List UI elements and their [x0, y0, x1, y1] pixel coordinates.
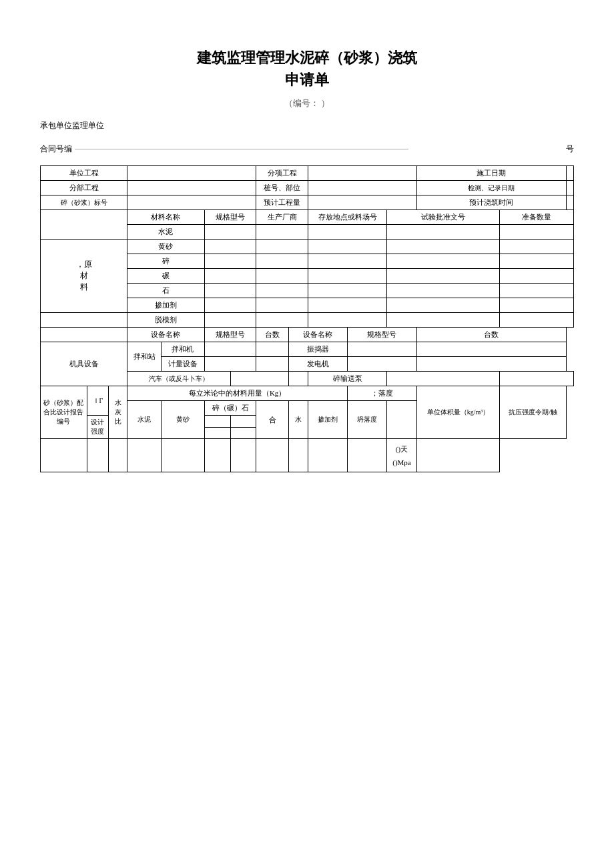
cell-合-col: 合	[256, 401, 288, 439]
cell-碎-数量	[500, 254, 574, 269]
cell-预计工程量-value	[308, 195, 416, 210]
cell-存放地点-header: 存放地点或料场号	[308, 210, 387, 225]
cell-原材料-label: ，原 材 料	[41, 240, 127, 313]
cell-水泥-label: 水泥	[127, 225, 205, 240]
cell-分项工程-value	[308, 166, 416, 181]
table-row-3: 碎（砂浆）标号 预计工程量 预计浇筑时间	[41, 195, 574, 210]
cell-水泥-存放	[308, 225, 387, 240]
cell-发电机-label: 发电机	[288, 357, 348, 372]
cell-强度-value	[87, 439, 109, 472]
cell-碎-存放	[308, 254, 387, 269]
cell-检测记录日期-value	[566, 181, 573, 195]
cell-掺加剂量-value	[308, 439, 348, 472]
cell-设计强度-label: 设计强度	[87, 416, 109, 439]
cell-碎碾石-col-header: 碎（碾）石	[204, 401, 256, 416]
cell-石-数量	[500, 284, 574, 298]
cell-发电机-规格	[348, 357, 416, 372]
cell-脱模剂-生产	[256, 313, 308, 328]
cell-检测记录日期-label: 检测、记录日期	[416, 181, 566, 195]
cell-抗压强度-label: 抗压强度令期/触	[500, 386, 567, 439]
cell-规格型号-header: 规格型号	[204, 210, 256, 225]
cell-分部工程-value	[127, 181, 256, 195]
cell-脱模剂-label: 脱模剂	[127, 313, 205, 328]
cell-单位工程-value	[127, 166, 256, 181]
cell-分部工程-label: 分部工程	[41, 181, 127, 195]
cell-碎-试验	[387, 254, 500, 269]
cell-坍落度-col: 坍落度	[348, 401, 387, 439]
cell-水泥-生产	[256, 225, 308, 240]
cell-脱模剂-存放	[308, 313, 387, 328]
cell-黄砂-生产	[256, 240, 308, 254]
cell-碎碾石-sub1	[204, 416, 230, 428]
cell-编号-value	[41, 439, 87, 472]
cell-计量设备-台数	[256, 357, 288, 372]
cell-黄砂-label: 黄砂	[127, 240, 205, 254]
cell-黄砂-col: 黄砂	[162, 401, 204, 439]
cell-拌和机-label: 拌和机	[162, 342, 204, 357]
cell-预计浇筑时间-label: 预计浇筑时间	[416, 195, 566, 210]
cell-台数-header: 台数	[256, 328, 288, 342]
cell-碎-生产	[256, 254, 308, 269]
cell-拌和机-规格	[204, 342, 256, 357]
cell-水灰比-label: 水灰比	[109, 386, 127, 439]
cell-脱模剂-section	[41, 313, 127, 328]
cell-施工日期-label: 施工日期	[416, 166, 566, 181]
cell-汽车-label: 汽车（或反斗卜车）	[127, 372, 231, 386]
cell-黄砂-存放	[308, 240, 387, 254]
cell-水泥-试验	[387, 225, 500, 240]
main-table: 单位工程 分项工程 施工日期 分部工程 桩号、部位 检测、记录日期 碎（砂浆）标…	[40, 165, 574, 472]
cell-碎石2-value	[230, 439, 256, 472]
materials-row-huangsha: ，原 材 料 黄砂	[41, 240, 574, 254]
mix-design-header-1: 砂（砂浆）配合比设计报告编号 ＩΓ 水灰比 每立米论中的材料用量（Kg） ；落度…	[41, 386, 574, 401]
cell-单位体积量-label: 单位体积量（kg/m³）	[416, 386, 500, 439]
cell-拌和站-label: 拌和站	[127, 342, 162, 372]
cell-拌和机-台数	[256, 342, 288, 357]
cell-黄砂-试验	[387, 240, 500, 254]
cell-每立米-header: 每立米论中的材料用量（Kg）	[127, 386, 348, 401]
cell-分项工程-label: 分项工程	[256, 166, 308, 181]
cell-规格型号-equip-header: 规格型号	[204, 328, 256, 342]
cell-掺加剂-规格	[204, 298, 256, 313]
cell-水泥-col: 水泥	[127, 401, 162, 439]
cell-计量设备-规格	[204, 357, 256, 372]
cell-碾-生产	[256, 269, 308, 284]
cell-计量设备-label: 计量设备	[162, 357, 204, 372]
cell-准备数量-header: 准备数量	[500, 210, 574, 225]
cell-水泥-规格	[204, 225, 256, 240]
cell-桩号部位-value	[308, 181, 416, 195]
cell-碾-规格	[204, 269, 256, 284]
cell-水泥-数量	[500, 225, 574, 240]
cell-碎-label: 碎	[127, 254, 205, 269]
cell-坍落度-value	[348, 439, 387, 472]
cell-单位工程-label: 单位工程	[41, 166, 127, 181]
cell-设备名称2-header: 设备名称	[288, 328, 348, 342]
cell-石-规格	[204, 284, 256, 298]
cell-碎砂浆标号-label: 碎（砂浆）标号	[41, 195, 127, 210]
cell-预计工程量-label: 预计工程量	[256, 195, 308, 210]
cell-材料名称-header: 材料名称	[127, 210, 205, 225]
cell-碎碾石-sub2	[230, 416, 256, 428]
cell-掺加剂-数量	[500, 298, 574, 313]
cell-脱模剂-试验	[387, 313, 500, 328]
cell-黄砂-规格	[204, 240, 256, 254]
cell-生产厂商-header: 生产厂商	[256, 210, 308, 225]
cell-配合比设计报告编号-label: 砂（砂浆）配合比设计报告编号	[41, 386, 87, 439]
cell-发电机-台数	[416, 357, 566, 372]
cell-石-存放	[308, 284, 387, 298]
info-contractor: 承包单位监理单位	[40, 120, 574, 131]
cell-碾-数量	[500, 269, 574, 284]
cell-设备名称-header: 设备名称	[127, 328, 205, 342]
cell-碾-试验	[387, 269, 500, 284]
cell-equip-section	[41, 328, 127, 342]
cell-脱模剂-数量	[500, 313, 574, 328]
cell-水泥量-value	[127, 439, 162, 472]
cell-台数2-header: 台数	[416, 328, 566, 342]
cell-碎碾石-sub3	[204, 427, 230, 439]
cell-碎输送泵-label: 碎输送泵	[308, 372, 387, 386]
cell-掺加剂-生产	[256, 298, 308, 313]
cell-黄砂-数量	[500, 240, 574, 254]
cell-振捣器-label: 振捣器	[288, 342, 348, 357]
cell-掺加剂-col: 掺加剂	[308, 401, 348, 439]
cell-规格型号2-header: 规格型号	[348, 328, 416, 342]
cell-单位体积量-value: ()天 ()Mpa	[387, 439, 416, 472]
